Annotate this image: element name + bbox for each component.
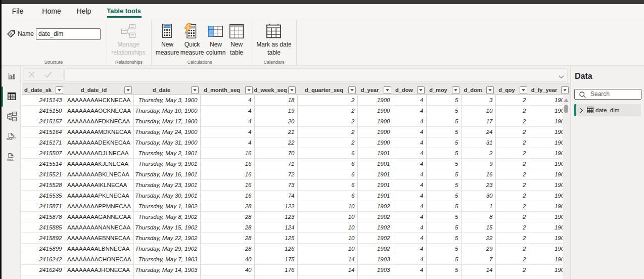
svg-text:DAX: DAX — [7, 137, 13, 141]
svg-text:TMDL: TMDL — [7, 158, 14, 161]
